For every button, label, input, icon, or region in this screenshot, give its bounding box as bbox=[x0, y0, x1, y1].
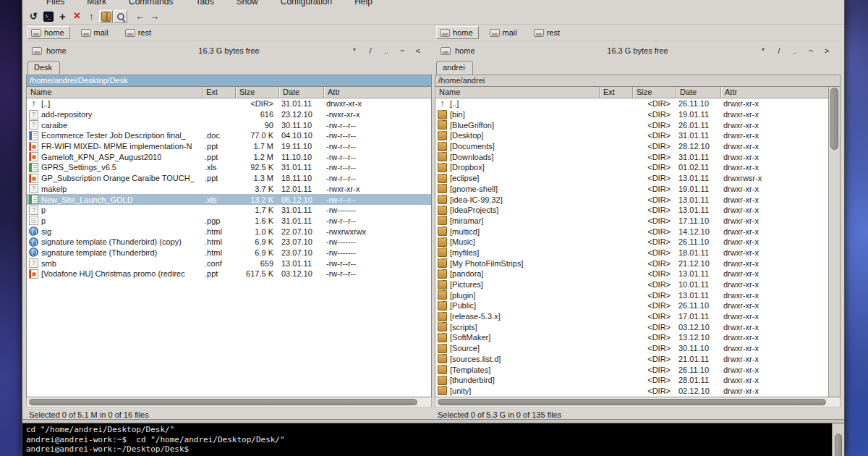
file-row[interactable]: sig.html1.0 K22.07.10-rwxrwxrwx bbox=[27, 226, 431, 237]
root-dir-button[interactable]: / bbox=[362, 46, 378, 55]
history-button[interactable]: > bbox=[819, 46, 835, 55]
menu-configuration[interactable]: Configuration bbox=[270, 0, 344, 7]
file-row[interactable]: [BlueGriffon]<DIR>26.01.11drwxr-xr-x bbox=[435, 119, 828, 130]
file-row[interactable]: ↑[..]<DIR>31.01.11drwxr-xr-x bbox=[27, 98, 431, 109]
file-row[interactable]: p.pgp1.6 K31.01.11-rw-r--r-- bbox=[27, 216, 431, 227]
file-row[interactable]: [My PhotoFilmStrips]<DIR>21.12.10drwxr-x… bbox=[435, 258, 828, 269]
menu-files[interactable]: Files bbox=[35, 0, 76, 7]
add-button[interactable]: + bbox=[56, 10, 69, 23]
file-row[interactable]: New_Site_Launch_GOLD.xls13.2 K06.12.10-r… bbox=[27, 194, 431, 205]
right-h-scrollbar[interactable] bbox=[435, 397, 841, 408]
file-row[interactable]: [Documents]<DIR>28.12.10drwxr-xr-x bbox=[435, 141, 828, 152]
file-row[interactable]: [Pictures]<DIR>10.01.11drwxr-xr-x bbox=[435, 279, 828, 290]
file-row[interactable]: ↑[..]<DIR>26.11.10drwxr-xr-x bbox=[435, 98, 828, 109]
column-header-date[interactable]: Date bbox=[279, 87, 324, 98]
file-row[interactable]: [sources.list.d]<DIR>21.01.11drwxr-xr-x bbox=[435, 354, 828, 365]
menu-help[interactable]: Help bbox=[344, 0, 384, 7]
file-row[interactable]: signature template (Thunderbird).html6.9… bbox=[27, 248, 431, 258]
v-scrollbar-thumb[interactable] bbox=[830, 88, 838, 150]
file-row[interactable]: [plugin]<DIR>13.01.11drwxr-xr-x bbox=[435, 290, 828, 300]
back-button[interactable]: ← bbox=[133, 10, 147, 23]
h-scrollbar-thumb[interactable] bbox=[438, 399, 826, 405]
file-row[interactable]: [bin]<DIR>19.01.11drwxr-xr-x bbox=[435, 109, 828, 120]
home-dir-button[interactable]: ~ bbox=[394, 46, 410, 55]
parent-dir-button[interactable]: .. bbox=[787, 46, 803, 55]
column-header-name[interactable]: Name bbox=[27, 87, 203, 98]
terminal-button[interactable]: >_ bbox=[41, 10, 55, 23]
file-row[interactable]: [SoftMaker]<DIR>13.12.10drwxr-xr-x bbox=[435, 332, 828, 343]
file-row[interactable]: [Desktop]<DIR>31.01.11drwxr-xr-x bbox=[435, 130, 828, 141]
file-row[interactable]: [eclipse]<DIR>13.01.11drwxrwsr-x bbox=[435, 173, 828, 184]
file-row[interactable]: ?smb.conf65913.01.11-rw-r--r-- bbox=[27, 258, 431, 269]
select-all-button[interactable]: * bbox=[755, 46, 771, 55]
right-v-scrollbar[interactable] bbox=[828, 87, 840, 397]
file-row[interactable]: [pandora]<DIR>13.01.11drwxr-xr-x bbox=[435, 269, 828, 279]
terminal[interactable]: cd "/home/andrei/Desktop/Desk/"andrei@an… bbox=[22, 423, 832, 456]
file-row[interactable]: [Public]<DIR>26.11.10drwxr-xr-x bbox=[435, 300, 828, 311]
tab-andrei[interactable]: andrei bbox=[436, 61, 473, 75]
column-header-attr[interactable]: Attr bbox=[324, 87, 431, 98]
forward-button[interactable]: → bbox=[148, 10, 161, 23]
select-all-button[interactable]: * bbox=[346, 46, 362, 55]
file-row[interactable]: signature template (Thunderbird) (copy).… bbox=[27, 237, 431, 248]
drive-button-home[interactable]: home bbox=[27, 26, 70, 39]
left-path-bar[interactable]: /home/andrei/Desktop/Desk bbox=[26, 75, 432, 86]
file-row[interactable]: GP_Subscription Orange Caraibe TOUCH_.pp… bbox=[27, 173, 431, 184]
file-row[interactable]: ?makelp3.7 K12.01.11-rwxr-xr-x bbox=[27, 184, 431, 195]
file-row[interactable]: ?p1.7 K31.01.11-rw------- bbox=[27, 205, 431, 216]
drive-button-rest[interactable]: rest bbox=[530, 26, 566, 39]
file-row[interactable]: [thunderbird]<DIR>28.01.11drwxr-xr-x bbox=[435, 375, 828, 386]
drive-button-mail[interactable]: mail bbox=[77, 26, 114, 39]
file-row[interactable]: [release-5.3.x]<DIR>17.01.11drwxr-xr-x bbox=[435, 311, 828, 322]
file-row[interactable]: ?caraibe9030.11.10-rw-r--r-- bbox=[27, 119, 431, 130]
file-row[interactable]: [IdeaProjects]<DIR>13.01.11drwxr-xr-x bbox=[435, 205, 828, 216]
file-row[interactable]: [multicd]<DIR>14.12.10drwxr-xr-x bbox=[435, 226, 828, 237]
file-row[interactable]: Gameloft_KPN_ASP_August2010.ppt1.2 M11.1… bbox=[27, 151, 431, 162]
file-row[interactable]: [scripts]<DIR>03.12.10drwxr-xr-x bbox=[435, 321, 828, 332]
column-header-ext[interactable]: Ext bbox=[600, 87, 633, 98]
root-dir-button[interactable]: / bbox=[771, 46, 787, 55]
file-row[interactable]: [Source]<DIR>30.11.10drwxr-xr-x bbox=[435, 343, 828, 354]
menu-commands[interactable]: Commands bbox=[118, 0, 184, 7]
menu-mark[interactable]: Mark bbox=[76, 0, 118, 7]
column-header-size[interactable]: Size bbox=[236, 87, 279, 98]
tab-desk[interactable]: Desk bbox=[27, 61, 60, 75]
parent-dir-button[interactable]: .. bbox=[378, 46, 394, 55]
column-header-date[interactable]: Date bbox=[676, 87, 721, 98]
terminal-scrollbar-thumb[interactable] bbox=[835, 434, 842, 456]
refresh-button[interactable]: ↺ bbox=[27, 10, 41, 23]
column-header-ext[interactable]: Ext bbox=[203, 87, 236, 98]
terminal-v-scrollbar[interactable] bbox=[832, 423, 844, 456]
file-row[interactable]: [idea-IC-99.32]<DIR>13.01.11drwxr-xr-x bbox=[435, 194, 828, 205]
file-row[interactable]: [Templates]<DIR>26.11.10drwxr-xr-x bbox=[435, 364, 828, 375]
menu-tabs[interactable]: Tabs bbox=[184, 0, 225, 7]
file-row[interactable]: GPRS_Settings_v6.5.xls92.5 K31.01.11-rw-… bbox=[27, 162, 431, 173]
file-row[interactable]: [Downloads]<DIR>31.01.11drwxr-xr-x bbox=[435, 151, 828, 162]
up-dir-button[interactable]: ↑ bbox=[85, 10, 98, 23]
left-h-scrollbar[interactable] bbox=[26, 397, 432, 408]
column-header-size[interactable]: Size bbox=[633, 87, 676, 98]
file-row[interactable]: [gnome-shell]<DIR>19.01.11drwxr-xr-x bbox=[435, 184, 828, 195]
file-row[interactable]: [unity]<DIR>02.12.10drwxr-xr-x bbox=[435, 386, 828, 397]
search-button[interactable] bbox=[114, 10, 127, 23]
file-row[interactable]: Ecommerce Tester Job Description final_.… bbox=[27, 130, 431, 141]
history-button[interactable]: < bbox=[410, 46, 426, 55]
h-scrollbar-thumb[interactable] bbox=[29, 399, 417, 405]
home-dir-button[interactable]: ~ bbox=[803, 46, 819, 55]
column-header-attr[interactable]: Attr bbox=[721, 87, 828, 98]
delete-button[interactable]: × bbox=[70, 10, 84, 23]
drive-button-mail[interactable]: mail bbox=[486, 26, 523, 39]
drive-button-home[interactable]: home bbox=[436, 26, 479, 39]
file-row[interactable]: [Dropbox]<DIR>01.02.11drwxr-xr-x bbox=[435, 162, 828, 173]
file-row[interactable]: [Music]<DIR>26.11.10drwxr-xr-x bbox=[435, 237, 828, 248]
drive-button-rest[interactable]: rest bbox=[122, 26, 157, 39]
file-row[interactable]: FR-WIFI MIXED- MPME implementation-N.ppt… bbox=[27, 141, 431, 152]
file-row[interactable]: ?add-repository61623.12.10-rwxr-xr-x bbox=[27, 109, 431, 120]
column-header-name[interactable]: Name bbox=[435, 87, 600, 98]
file-row[interactable]: [myfiles]<DIR>18.01.11drwxr-xr-x bbox=[435, 248, 828, 258]
right-path-bar[interactable]: /home/andrei bbox=[435, 75, 841, 86]
file-row[interactable]: [Vodafone HU] Christmas promo (redirec.p… bbox=[27, 269, 431, 279]
menu-show[interactable]: Show bbox=[226, 0, 270, 7]
file-row[interactable]: [miramar]<DIR>17.11.10drwxr-xr-x bbox=[435, 216, 828, 227]
pack-button[interactable] bbox=[99, 10, 113, 23]
